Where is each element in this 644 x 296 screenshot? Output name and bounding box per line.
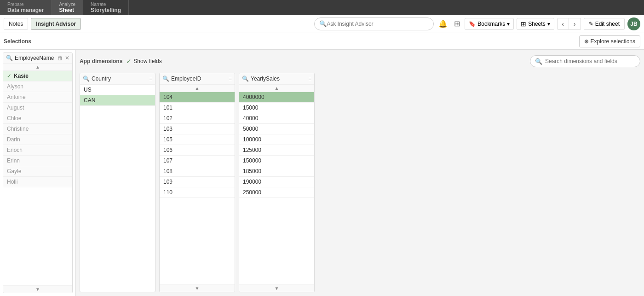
- yearly-sales-item-250000[interactable]: 250000: [239, 187, 314, 198]
- employee-id-item-105[interactable]: 105: [160, 134, 235, 145]
- employee-id-item-108[interactable]: 108: [160, 166, 235, 177]
- employee-id-item-103[interactable]: 103: [160, 124, 235, 134]
- filter-item-holli[interactable]: Holli: [3, 177, 72, 187]
- grid-icon: ⊞: [454, 19, 460, 28]
- filter-item-gayle[interactable]: Gayle: [3, 166, 72, 177]
- employee-id-card-menu-icon[interactable]: ≡: [229, 76, 232, 81]
- show-fields-label: Show fields: [133, 58, 161, 64]
- nav-next-button[interactable]: ›: [569, 18, 581, 30]
- filter-close-icon[interactable]: ✕: [65, 55, 69, 61]
- yearly-sales-item-50000[interactable]: 50000: [239, 124, 314, 134]
- tab-analyze-top: Analyze: [59, 2, 75, 7]
- sheets-chevron-icon: ▾: [547, 21, 550, 27]
- fields-search-input[interactable]: [545, 58, 635, 64]
- main-content: 🔍 EmployeeName 🗑 ✕ ▲ Kasie Alyson Antoin…: [0, 50, 644, 296]
- header-bar: Notes Insight Advisor 🔍 🔔 ⊞ 🔖 Bookmarks …: [0, 15, 644, 33]
- filter-item-erinn[interactable]: Erinn: [3, 156, 72, 166]
- filter-item-alyson[interactable]: Alyson: [3, 81, 72, 92]
- dimension-cards: 🔍 Country ≡ US CAN 🔍 EmployeeID ≡ ▲: [80, 73, 640, 292]
- country-card-menu-icon[interactable]: ≡: [150, 76, 152, 81]
- filter-item-antoine[interactable]: Antoine: [3, 92, 72, 103]
- filter-item-darin[interactable]: Darin: [3, 134, 72, 145]
- employee-id-scroll-up[interactable]: ▲: [160, 85, 235, 92]
- explore-selections-label: Explore selections: [591, 38, 635, 45]
- sheets-button[interactable]: ⊞ Sheets ▾: [517, 18, 554, 30]
- employee-id-item-102[interactable]: 102: [160, 113, 235, 124]
- filter-delete-icon[interactable]: 🗑: [58, 55, 63, 61]
- yearly-sales-item-100000[interactable]: 100000: [239, 134, 314, 145]
- yearly-sales-card-header: 🔍 YearlySales ≡: [239, 73, 314, 85]
- yearly-sales-item-40000[interactable]: 40000: [239, 113, 314, 124]
- employeeid-search-icon: 🔍: [162, 75, 169, 82]
- explore-selections-button[interactable]: ⊕ Explore selections: [579, 35, 640, 47]
- tab-prepare-sub: Data manager: [7, 7, 44, 13]
- search-input[interactable]: [327, 21, 429, 27]
- dimensions-label: App dimensions: [80, 58, 122, 64]
- yearly-sales-item-125000[interactable]: 125000: [239, 145, 314, 156]
- check-icon: ✓: [126, 58, 132, 65]
- tab-prepare-top: Prepare: [7, 2, 44, 7]
- employee-id-item-106[interactable]: 106: [160, 145, 235, 156]
- filter-search-icon: 🔍: [6, 55, 13, 61]
- filter-box-header: 🔍 EmployeeName 🗑 ✕: [3, 53, 72, 64]
- insight-advisor-button[interactable]: Insight Advisor: [31, 18, 81, 30]
- yearly-sales-item-4000000[interactable]: 4000000: [239, 92, 314, 103]
- scroll-down-indicator[interactable]: ▼: [3, 285, 72, 293]
- sheets-label: Sheets: [528, 21, 545, 27]
- edit-sheet-label: Edit sheet: [595, 21, 620, 27]
- employee-id-item-101[interactable]: 101: [160, 103, 235, 113]
- selections-label: Selections: [4, 38, 31, 45]
- employee-id-item-104[interactable]: 104: [160, 92, 235, 103]
- country-item-us[interactable]: US: [80, 85, 155, 95]
- filter-list: Kasie Alyson Antoine August Chloe Christ…: [3, 71, 72, 285]
- yearlysales-search-icon: 🔍: [242, 75, 249, 82]
- tab-narrate[interactable]: Narrate Storytelling: [83, 0, 129, 15]
- employee-id-item-109[interactable]: 109: [160, 177, 235, 187]
- bookmark-icon: 🔖: [469, 21, 476, 27]
- employee-id-item-107[interactable]: 107: [160, 156, 235, 166]
- employee-id-item-110[interactable]: 110: [160, 187, 235, 198]
- filter-item-enoch[interactable]: Enoch: [3, 145, 72, 156]
- country-card-header: 🔍 Country ≡: [80, 73, 155, 85]
- yearly-sales-scroll-down[interactable]: ▼: [239, 284, 314, 292]
- filter-item-chloe[interactable]: Chloe: [3, 113, 72, 124]
- top-tabs: Prepare Data manager Analyze Sheet Narra…: [0, 0, 644, 15]
- country-search-icon: 🔍: [83, 75, 90, 82]
- bookmarks-button[interactable]: 🔖 Bookmarks ▾: [465, 18, 514, 30]
- explore-icon: ⊕: [584, 38, 589, 45]
- yearly-sales-scroll-up[interactable]: ▲: [239, 85, 314, 92]
- scroll-up-indicator[interactable]: ▲: [3, 64, 72, 71]
- pencil-icon: ✎: [589, 21, 593, 27]
- country-item-can[interactable]: CAN: [80, 95, 155, 106]
- search-bar-header[interactable]: 🔍: [314, 17, 434, 30]
- right-area: App dimensions ✓ Show fields 🔍 🔍 Country…: [76, 50, 644, 296]
- country-list: US CAN: [80, 85, 155, 292]
- tab-narrate-top: Narrate: [91, 2, 121, 7]
- employee-id-card-title: EmployeeID: [171, 75, 227, 82]
- tab-prepare[interactable]: Prepare Data manager: [0, 0, 52, 15]
- show-fields-check[interactable]: ✓ Show fields: [126, 58, 161, 65]
- yearly-sales-item-150000[interactable]: 150000: [239, 156, 314, 166]
- search-icon: 🔍: [319, 20, 327, 27]
- nav-prev-button[interactable]: ‹: [557, 18, 569, 30]
- filter-item-august[interactable]: August: [3, 103, 72, 113]
- yearly-sales-item-190000[interactable]: 190000: [239, 177, 314, 187]
- fields-search[interactable]: 🔍: [530, 55, 640, 67]
- filter-item-christine[interactable]: Christine: [3, 124, 72, 134]
- nav-arrows: ‹ ›: [557, 18, 581, 30]
- filter-item-kasie[interactable]: Kasie: [3, 71, 72, 81]
- avatar: JB: [627, 17, 640, 30]
- edit-sheet-button[interactable]: ✎ Edit sheet: [584, 18, 625, 30]
- yearly-sales-item-15000[interactable]: 15000: [239, 103, 314, 113]
- sheets-icon: ⊞: [521, 20, 526, 28]
- yearly-sales-item-185000[interactable]: 185000: [239, 166, 314, 177]
- tab-analyze[interactable]: Analyze Sheet: [52, 0, 83, 15]
- yearly-sales-card-menu-icon[interactable]: ≡: [309, 76, 311, 81]
- bell-icon-button[interactable]: 🔔: [437, 17, 449, 30]
- bell-icon: 🔔: [438, 19, 448, 28]
- bookmarks-label: Bookmarks: [477, 21, 505, 27]
- employee-id-scroll-down[interactable]: ▼: [160, 284, 235, 292]
- notes-button[interactable]: Notes: [4, 18, 28, 30]
- yearly-sales-list: 4000000 15000 40000 50000 100000 125000 …: [239, 92, 314, 284]
- grid-icon-button[interactable]: ⊞: [452, 17, 462, 30]
